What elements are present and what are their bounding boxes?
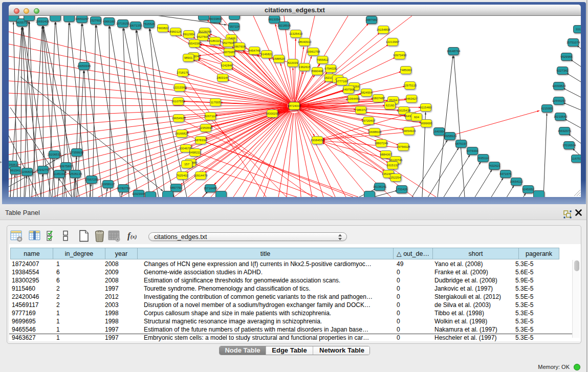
svg-text:135061: 135061 bbox=[9, 163, 18, 166]
svg-text:9463627: 9463627 bbox=[405, 97, 418, 100]
svg-text:604: 604 bbox=[414, 116, 420, 119]
svg-text:3824554: 3824554 bbox=[360, 91, 373, 94]
svg-text:3875685: 3875685 bbox=[223, 51, 235, 54]
svg-text:6497568: 6497568 bbox=[342, 88, 355, 91]
svg-text:14055714: 14055714 bbox=[15, 21, 29, 24]
svg-text:2867608: 2867608 bbox=[233, 45, 246, 48]
svg-text:10025438: 10025438 bbox=[397, 109, 411, 112]
svg-text:19384554: 19384554 bbox=[311, 139, 324, 142]
svg-text:18724007: 18724007 bbox=[288, 104, 301, 107]
svg-text:9146821: 9146821 bbox=[260, 53, 273, 56]
svg-text:15716485: 15716485 bbox=[204, 187, 217, 190]
svg-text:16033809: 16033809 bbox=[209, 17, 223, 20]
svg-text:12444153: 12444153 bbox=[552, 99, 566, 102]
svg-text:62160: 62160 bbox=[386, 104, 395, 107]
svg-text:12505135: 12505135 bbox=[69, 172, 82, 176]
svg-text:12942757: 12942757 bbox=[36, 168, 50, 171]
svg-text:1156829: 1156829 bbox=[21, 170, 34, 173]
svg-text:12353594: 12353594 bbox=[199, 126, 213, 129]
svg-text:9857791: 9857791 bbox=[170, 186, 182, 189]
svg-text:20053346: 20053346 bbox=[77, 64, 91, 68]
svg-text:16782759: 16782759 bbox=[117, 187, 130, 190]
svg-text:12975115: 12975115 bbox=[403, 84, 417, 87]
svg-text:8215955: 8215955 bbox=[541, 107, 553, 110]
svg-text:991541: 991541 bbox=[10, 169, 21, 172]
svg-text:9527506: 9527506 bbox=[197, 35, 209, 38]
svg-text:1362615: 1362615 bbox=[298, 65, 311, 69]
svg-text:15751074: 15751074 bbox=[567, 41, 580, 44]
svg-text:10688609: 10688609 bbox=[368, 130, 382, 134]
svg-text:1733426: 1733426 bbox=[396, 188, 408, 191]
svg-text:16648764: 16648764 bbox=[447, 50, 461, 53]
svg-text:19654923: 19654923 bbox=[402, 129, 416, 133]
svg-text:7515526: 7515526 bbox=[143, 23, 155, 26]
svg-text:7663822: 7663822 bbox=[157, 27, 169, 30]
svg-text:157: 157 bbox=[184, 163, 190, 166]
svg-text:7357224: 7357224 bbox=[228, 25, 240, 28]
svg-text:17957255: 17957255 bbox=[85, 178, 99, 181]
svg-text:2887682: 2887682 bbox=[365, 18, 378, 21]
svg-text:117005: 117005 bbox=[210, 101, 221, 104]
svg-text:10958117: 10958117 bbox=[101, 183, 115, 186]
svg-text:18807249: 18807249 bbox=[375, 142, 388, 145]
svg-text:9115460: 9115460 bbox=[420, 106, 432, 109]
svg-text:10719155: 10719155 bbox=[116, 22, 130, 25]
svg-text:10914479: 10914479 bbox=[194, 174, 208, 177]
svg-text:11325419: 11325419 bbox=[289, 32, 303, 35]
svg-text:1145194: 1145194 bbox=[54, 172, 66, 176]
svg-text:2935114: 2935114 bbox=[477, 157, 490, 160]
svg-text:8813054: 8813054 bbox=[268, 18, 280, 21]
svg-text:15720407: 15720407 bbox=[362, 119, 376, 122]
svg-text:16543382: 16543382 bbox=[188, 42, 202, 45]
svg-text:10671355: 10671355 bbox=[129, 24, 143, 27]
svg-text:8186323: 8186323 bbox=[209, 39, 221, 42]
svg-text:1112: 1112 bbox=[576, 28, 581, 31]
svg-text:15692971: 15692971 bbox=[558, 129, 572, 133]
svg-text:8454749: 8454749 bbox=[248, 49, 260, 52]
svg-text:116753: 116753 bbox=[572, 157, 581, 160]
svg-text:8960124: 8960124 bbox=[169, 30, 182, 33]
svg-text:10654112: 10654112 bbox=[510, 180, 524, 183]
svg-text:6879197: 6879197 bbox=[455, 142, 467, 145]
svg-text:7485063: 7485063 bbox=[400, 69, 412, 72]
svg-text:7632621: 7632621 bbox=[488, 164, 500, 167]
svg-text:11923446: 11923446 bbox=[132, 192, 146, 195]
svg-text:18640910: 18640910 bbox=[298, 40, 312, 43]
svg-text:9777169: 9777169 bbox=[336, 80, 348, 83]
svg-text:19166827: 19166827 bbox=[175, 132, 189, 135]
svg-text:8878334: 8878334 bbox=[194, 139, 207, 142]
svg-text:9245652: 9245652 bbox=[522, 188, 534, 191]
svg-text:17016504: 17016504 bbox=[562, 144, 576, 147]
svg-text:15136141: 15136141 bbox=[373, 185, 387, 188]
svg-text:16154808: 16154808 bbox=[377, 28, 390, 31]
svg-text:19218506: 19218506 bbox=[277, 24, 291, 27]
svg-text:8267110: 8267110 bbox=[205, 115, 217, 118]
svg-text:2803144: 2803144 bbox=[216, 76, 229, 79]
svg-text:10958923: 10958923 bbox=[443, 135, 457, 138]
svg-text:16210643: 16210643 bbox=[554, 115, 568, 118]
svg-text:98901: 98901 bbox=[184, 56, 193, 59]
svg-text:9529966: 9529966 bbox=[560, 55, 573, 58]
svg-text:7955812: 7955812 bbox=[316, 58, 329, 61]
svg-text:21364456: 21364456 bbox=[346, 97, 360, 100]
svg-text:6966160: 6966160 bbox=[103, 20, 115, 23]
svg-text:6794028: 6794028 bbox=[324, 67, 337, 70]
svg-text:10807487: 10807487 bbox=[372, 97, 385, 100]
svg-text:822039: 822039 bbox=[288, 61, 298, 64]
svg-text:8990448: 8990448 bbox=[311, 70, 323, 73]
svg-text:19756928: 19756928 bbox=[397, 145, 410, 148]
svg-text:1615132: 1615132 bbox=[386, 164, 399, 167]
svg-text:18300295: 18300295 bbox=[266, 112, 279, 115]
svg-text:20206533: 20206533 bbox=[48, 153, 61, 156]
svg-text:9884067: 9884067 bbox=[380, 153, 392, 156]
svg-text:12213369: 12213369 bbox=[173, 86, 187, 89]
svg-text:7386372: 7386372 bbox=[355, 108, 367, 112]
svg-text:10653267: 10653267 bbox=[75, 17, 89, 20]
svg-text:8471676: 8471676 bbox=[499, 172, 512, 176]
svg-text:12093823: 12093823 bbox=[552, 84, 566, 87]
svg-text:9474444: 9474444 bbox=[466, 149, 478, 152]
svg-text:9242848: 9242848 bbox=[221, 64, 233, 67]
svg-text:1527602: 1527602 bbox=[90, 19, 102, 22]
svg-text:10961758: 10961758 bbox=[307, 50, 320, 53]
svg-text:17359934: 17359934 bbox=[70, 151, 84, 154]
